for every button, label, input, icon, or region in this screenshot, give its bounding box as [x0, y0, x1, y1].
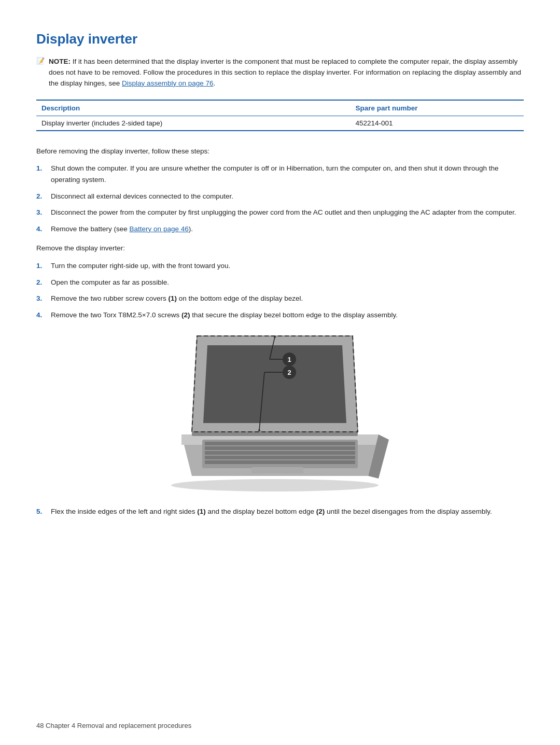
step-num-4: 4. [36, 223, 46, 235]
step-num-5: 5. [36, 506, 46, 517]
remove-step-2: 2. Open the computer as far as possible. [36, 277, 524, 288]
laptop-shadow [171, 479, 379, 491]
col1-header: Description [36, 100, 350, 116]
before-step-1: 1. Shut down the computer. If you are un… [36, 163, 524, 185]
key-row-1 [205, 442, 355, 445]
note-icon: 📝 [36, 57, 45, 65]
parts-table: Description Spare part number Display in… [36, 100, 524, 131]
note-text-after: . [213, 79, 215, 87]
part-description: Display inverter (includes 2-sided tape) [36, 116, 350, 131]
before-step-3: 3. Disconnect the power from the compute… [36, 207, 524, 218]
remove-steps-intro: Remove the display inverter: [36, 243, 524, 254]
page-title: Display inverter [36, 31, 524, 47]
step-text-1: Shut down the computer. If you are unsur… [51, 163, 524, 185]
step-text-4: Remove the battery (see Battery on page … [51, 223, 193, 235]
callout-dot-2 [258, 429, 260, 431]
step-text-3: Disconnect the power from the computer b… [51, 207, 516, 218]
remove-step-4: 4. Remove the two Torx T8M2.5×7.0 screws… [36, 310, 524, 321]
page-footer: 48 Chapter 4 Removal and replacement pro… [36, 722, 191, 729]
remove-steps-list: 1. Turn the computer right-side up, with… [36, 260, 524, 320]
col2-header: Spare part number [350, 100, 524, 116]
step5-list: 5. Flex the inside edges of the left and… [36, 506, 524, 517]
remove-step-3: 3. Remove the two rubber screw covers (1… [36, 293, 524, 304]
step-5: 5. Flex the inside edges of the left and… [36, 506, 524, 517]
trackpad [251, 467, 303, 473]
display-screen [203, 345, 346, 423]
before-steps-list: 1. Shut down the computer. If you are un… [36, 163, 524, 234]
note-label: NOTE: [49, 58, 71, 65]
remove-step-num-4: 4. [36, 310, 46, 321]
step-num-3: 3. [36, 207, 46, 218]
remove-step-num-3: 3. [36, 293, 46, 304]
before-step-4: 4. Remove the battery (see Battery on pa… [36, 223, 524, 235]
remove-step-text-2: Open the computer as far as possible. [51, 277, 169, 288]
before-step-2: 2. Disconnect all external devices conne… [36, 191, 524, 202]
before-steps-intro: Before removing the display inverter, fo… [36, 146, 524, 157]
step-text-2: Disconnect all external devices connecte… [51, 191, 233, 202]
key-row-2 [205, 446, 355, 450]
display-assembly-link[interactable]: Display assembly on page 76 [122, 79, 213, 87]
remove-step-text-4: Remove the two Torx T8M2.5×7.0 screws (2… [51, 310, 398, 321]
step-num-1: 1. [36, 163, 46, 174]
diagram-container: 1 2 [36, 331, 524, 491]
hinge [192, 432, 358, 436]
remove-step-num-1: 1. [36, 260, 46, 272]
step-num-2: 2. [36, 191, 46, 202]
remove-step-1: 1. Turn the computer right-side up, with… [36, 260, 524, 272]
laptop-diagram: 1 2 [156, 331, 404, 491]
key-row-4 [205, 456, 355, 459]
remove-step-num-2: 2. [36, 277, 46, 288]
callout-label-2: 2 [287, 369, 291, 376]
key-row-3 [205, 451, 355, 455]
callout-dot-1 [274, 336, 276, 338]
callout-label-1: 1 [287, 356, 291, 363]
diagram-svg: 1 2 [156, 331, 404, 491]
note-body: If it has been determined that the displ… [49, 58, 521, 87]
table-row: Display inverter (includes 2-sided tape)… [36, 116, 524, 131]
remove-step-text-1: Turn the computer right-side up, with th… [51, 260, 230, 272]
note-text: NOTE: If it has been determined that the… [49, 57, 524, 89]
battery-link[interactable]: Battery on page 46 [130, 225, 189, 233]
part-number: 452214-001 [350, 116, 524, 131]
note-block: 📝 NOTE: If it has been determined that t… [36, 57, 524, 89]
remove-step-text-3: Remove the two rubber screw covers (1) o… [51, 293, 303, 304]
key-row-5 [205, 460, 355, 464]
step-text-5: Flex the inside edges of the left and ri… [51, 506, 492, 517]
